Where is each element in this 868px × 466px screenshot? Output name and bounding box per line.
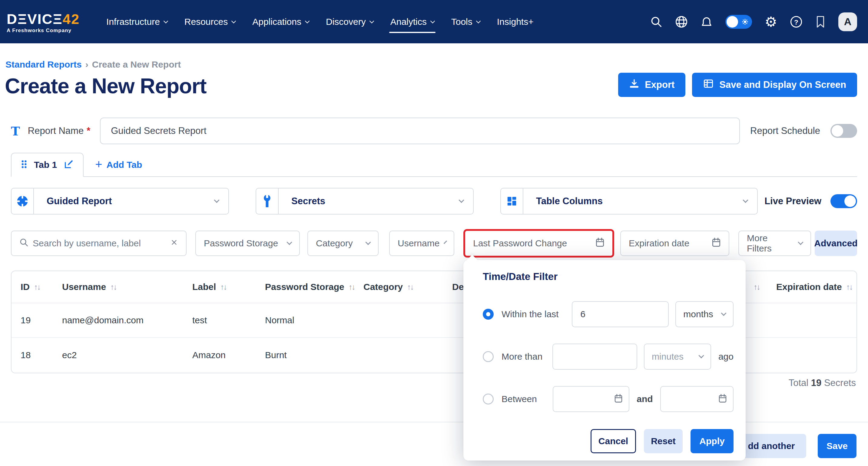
plus-icon: + [95,158,102,170]
sort-icon[interactable]: ↑↓ [846,282,852,292]
calendar-icon [718,394,727,404]
app-root: DΞVICΞ42 A Freshworks Company Infrastruc… [0,0,868,466]
cell-username: ec2 [62,350,76,360]
sort-icon[interactable]: ↑↓ [220,282,226,292]
username-filter[interactable]: Username [389,231,454,256]
report-name-input[interactable] [100,118,740,144]
sun-icon [742,19,748,26]
search-field[interactable] [11,231,187,256]
chevron-down-icon [369,19,374,24]
add-tab-button[interactable]: + Add Tab [95,159,142,170]
export-button[interactable]: Export [618,73,685,97]
globe-icon[interactable] [675,16,688,28]
chevron-down-icon [798,239,804,245]
table-header-username[interactable]: Username↑↓ [62,282,116,292]
apply-button[interactable]: Apply [690,429,734,453]
chevron-down-icon [444,240,447,244]
settings-gear-icon[interactable]: ⚙ [765,15,777,29]
table-header-label[interactable]: Label↑↓ [192,282,226,292]
between-radio[interactable] [483,394,494,405]
report-name-label: Report Name [28,125,84,136]
breadcrumb-separator: › [85,59,88,70]
sort-icon[interactable]: ↑↓ [753,282,760,292]
total-count: Total 19 Secrets [789,378,856,388]
table-header-hidden-sort[interactable]: ↑↓ [753,282,760,292]
table-icon [703,78,714,91]
chevron-down-icon [365,239,371,245]
cell-id: 18 [21,350,31,360]
password-storage-filter[interactable]: Password Storage [195,231,300,256]
menu-resources[interactable]: Resources [184,0,235,43]
top-navbar: DΞVICΞ42 A Freshworks Company Infrastruc… [0,0,868,43]
menu-tools[interactable]: Tools [451,0,480,43]
chevron-down-icon [163,19,168,24]
save-button[interactable]: Save [818,434,857,458]
category-filter[interactable]: Category [307,231,379,256]
more-than-unit-select[interactable]: minutes [644,344,711,370]
menu-infrastructure[interactable]: Infrastructure [106,0,167,43]
cancel-button[interactable]: Cancel [591,429,636,453]
tab-bar: Tab 1 + Add Tab [11,151,857,177]
user-avatar[interactable]: A [838,12,857,31]
table-columns-select[interactable]: Table Columns [500,188,758,214]
columns-grid-icon [501,188,523,214]
chevron-down-icon [699,353,704,358]
within-last-row: Within the last months [483,301,734,327]
between-start-date-field[interactable] [553,386,629,412]
theme-toggle[interactable] [725,15,752,29]
search-icon[interactable] [650,16,662,28]
within-last-radio[interactable] [483,309,494,320]
tab-1[interactable]: Tab 1 [11,153,84,177]
last-password-change-filter[interactable]: Last Password Change [465,231,612,256]
device42-logo[interactable]: DΞVICΞ42 A Freshworks Company [7,12,80,34]
edit-pencil-icon[interactable] [64,159,74,171]
within-last-unit-select[interactable]: months [675,301,734,327]
more-than-radio[interactable] [483,351,494,362]
menu-insights[interactable]: Insights+ [497,0,534,43]
within-last-label: Within the last [501,309,567,319]
save-display-button[interactable]: Save and Display On Screen [692,73,857,97]
table-header-category[interactable]: Category↑↓ [364,282,413,292]
help-icon[interactable]: ? [790,16,803,28]
table-header-password-storage[interactable]: Password Storage↑↓ [265,282,355,292]
notifications-bell-icon[interactable] [701,16,713,28]
live-preview-control: Live Preview [765,194,857,208]
live-preview-toggle[interactable] [831,194,857,208]
menu-applications[interactable]: Applications [252,0,309,43]
sort-icon[interactable]: ↑↓ [110,282,116,292]
within-last-value-input[interactable] [572,301,669,327]
chevron-down-icon [459,197,464,203]
logo-text: DΞVICΞ [7,11,63,27]
sort-icon[interactable]: ↑↓ [349,282,355,292]
logo-accent-42: 42 [63,11,80,27]
add-another-button[interactable]: dd another [737,434,806,458]
toggle-knob [832,125,843,137]
report-schedule-toggle[interactable] [831,124,857,138]
between-label: Between [501,394,539,404]
chevron-down-icon [743,197,748,203]
reset-button[interactable]: Reset [644,429,683,453]
sort-icon[interactable]: ↑↓ [407,282,413,292]
object-select[interactable]: Secrets [256,188,474,214]
report-type-select[interactable]: Guided Report [11,188,229,214]
bookmark-icon[interactable] [815,16,826,28]
menu-discovery[interactable]: Discovery [326,0,373,43]
menu-analytics[interactable]: Analytics [391,0,434,43]
logo-subtitle: A Freshworks Company [7,28,80,34]
between-end-date-field[interactable] [660,386,734,412]
more-filters-dropdown[interactable]: More Filters [738,231,811,256]
more-than-value-input[interactable] [552,344,637,370]
popup-buttons: Cancel Reset Apply [483,429,734,453]
expiration-date-filter[interactable]: Expiration date [620,231,729,256]
table-header-id[interactable]: ID↑↓ [21,282,40,292]
report-schedule-label: Report Schedule [750,125,820,136]
target-icon [11,188,34,214]
more-than-label: More than [501,351,546,362]
sort-icon[interactable]: ↑↓ [34,282,40,292]
drag-handle-icon[interactable] [21,159,27,170]
clear-search-icon[interactable] [170,238,178,249]
search-input[interactable] [33,238,166,249]
breadcrumb-standard-reports[interactable]: Standard Reports [5,59,82,70]
table-header-expiration-date[interactable]: Expiration date↑↓ [776,282,852,292]
advanced-button[interactable]: Advanced [815,231,857,256]
